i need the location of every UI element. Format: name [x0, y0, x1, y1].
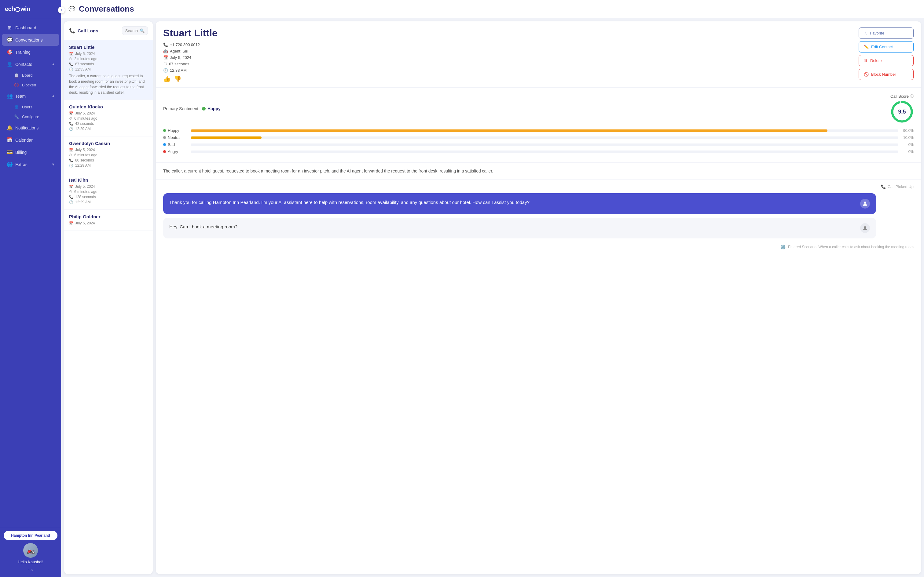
call-logs-title: 📞 Call Logs	[69, 28, 99, 34]
topbar-title: Conversations	[79, 4, 134, 14]
clock-icon: ⏱	[69, 190, 73, 193]
svg-point-3	[864, 226, 866, 228]
sidebar-sub-label: Board	[22, 73, 33, 77]
sad-label: Sad	[168, 142, 175, 147]
configure-icon: 🔧	[14, 114, 19, 119]
sentiment-section: Primary Sentiment: Happy Call Score ⓘ	[156, 88, 921, 163]
sidebar-item-notifications[interactable]: 🔔 Notifications	[2, 122, 59, 134]
sidebar-item-users[interactable]: 👤 Users	[2, 102, 59, 112]
sidebar-item-contacts[interactable]: 👤 Contacts ∧	[2, 58, 59, 70]
sidebar-item-configure[interactable]: 🔧 Configure	[2, 112, 59, 121]
user-message-text: Hey. Can I book a meeting room?	[169, 223, 237, 230]
time-icon: 🕐	[69, 200, 73, 204]
call-time-ago-meta: ⏱ 6 minutes ago	[69, 116, 148, 121]
detail-phone: +1 720 300 0012	[170, 42, 200, 47]
call-time-meta: 🕐 12:29 AM	[69, 127, 148, 131]
duration-icon: ⏱	[163, 62, 167, 66]
call-time: 12:29 AM	[75, 163, 91, 168]
scenario-icon: ⚙️	[780, 245, 785, 250]
call-duration-meta: 📞 80 seconds	[69, 158, 148, 163]
bar-row-happy: Happy 90.0%	[163, 128, 914, 133]
agent-icon: 🤖	[163, 49, 168, 53]
star-icon: ☆	[864, 31, 867, 35]
call-duration-meta: 📞 128 seconds	[69, 195, 148, 199]
user-avatar	[860, 223, 870, 233]
time-icon: 🕐	[163, 68, 168, 73]
calendar-icon: 📅	[69, 111, 73, 115]
call-list-item[interactable]: Gwendolyn Cassin 📅 July 5, 2024 ⏱ 6 minu…	[64, 137, 153, 173]
search-label: Search	[125, 28, 138, 33]
topbar: 💬 Conversations	[61, 0, 924, 18]
time-icon: 🕐	[69, 68, 73, 71]
delete-button[interactable]: 🗑 Delete	[859, 55, 914, 66]
call-score-area: Call Score ⓘ 9.5	[890, 94, 914, 123]
sidebar-item-conversations[interactable]: 💬 Conversations	[2, 34, 59, 46]
scenario-text: Entered Scenario: When a caller calls to…	[788, 245, 914, 249]
call-list-item[interactable]: Stuart Little 📅 July 5, 2024 ⏱ 2 minutes…	[64, 40, 153, 100]
sidebar-collapse-button[interactable]: ‹	[58, 7, 65, 13]
sidebar-item-label: Team	[15, 94, 26, 98]
trash-icon: 🗑	[864, 58, 868, 63]
thumbs-down-button[interactable]: 👎	[174, 75, 181, 82]
topbar-icon: 💬	[68, 6, 75, 13]
detail-time: 12:33 AM	[170, 68, 187, 73]
calendar-icon: 📅	[69, 148, 73, 152]
user-icon	[862, 225, 868, 231]
blocked-icon: 🚫	[14, 83, 19, 87]
detail-duration: 67 seconds	[169, 62, 189, 66]
sidebar-item-training[interactable]: 🎯 Training	[2, 46, 59, 58]
logout-button[interactable]: ↪	[28, 567, 33, 573]
thumbs-up-button[interactable]: 👍	[163, 75, 171, 82]
call-list-item[interactable]: Quinten Klocko 📅 July 5, 2024 ⏱ 6 minute…	[64, 100, 153, 137]
call-time-ago: 6 minutes ago	[74, 190, 97, 194]
call-date-meta: 📅 July 5, 2024	[69, 221, 148, 225]
detail-actions: ☆ Favorite ✏️ Edit Contact 🗑 Delete 🚫 Bl…	[859, 27, 914, 80]
angry-pct: 0%	[901, 150, 914, 154]
call-list-item[interactable]: Philip Goldner 📅 July 5, 2024	[64, 210, 153, 231]
bar-label-sad: Sad	[163, 142, 187, 147]
sidebar-item-extras[interactable]: 🌐 Extras ∨	[2, 158, 59, 170]
phone-icon: 📞	[163, 42, 168, 47]
edit-icon: ✏️	[864, 45, 869, 49]
sidebar-item-blocked[interactable]: 🚫 Blocked	[2, 80, 59, 90]
detail-info: Stuart Little 📞 +1 720 300 0012 🤖 Agent:…	[163, 27, 218, 82]
call-duration: 80 seconds	[75, 158, 94, 163]
call-duration: 42 seconds	[75, 121, 94, 126]
avatar: 🏍️	[23, 543, 38, 558]
neutral-dot	[163, 136, 166, 139]
bar-row-angry: Angry 0%	[163, 149, 914, 154]
org-badge[interactable]: Hampton Inn Pearland	[4, 531, 57, 540]
sad-dot	[163, 143, 166, 146]
sentiment-bars: Happy 90.0% Neutral	[163, 128, 914, 156]
call-time-ago-meta: ⏱ 6 minutes ago	[69, 190, 148, 194]
favorite-button[interactable]: ☆ Favorite	[859, 27, 914, 39]
caller-name: Stuart Little	[69, 45, 148, 50]
detail-date: July 5, 2024	[170, 55, 191, 60]
call-time-ago: 2 minutes ago	[74, 57, 97, 61]
call-time-ago: 6 minutes ago	[74, 116, 97, 121]
angry-label: Angry	[168, 149, 178, 154]
block-number-button[interactable]: 🚫 Block Number	[859, 69, 914, 80]
caller-name: Philip Goldner	[69, 214, 148, 219]
training-icon: 🎯	[7, 49, 12, 55]
sidebar-item-dashboard[interactable]: ⊞ Dashboard	[2, 22, 59, 34]
search-box[interactable]: Search 🔍	[122, 26, 148, 35]
call-time-ago-meta: ⏱ 6 minutes ago	[69, 153, 148, 157]
sidebar-item-billing[interactable]: 💳 Billing	[2, 146, 59, 158]
caller-name: Quinten Klocko	[69, 104, 148, 109]
clock-icon: ⏱	[69, 117, 73, 120]
call-list-item[interactable]: Isai Kihn 📅 July 5, 2024 ⏱ 6 minutes ago…	[64, 173, 153, 210]
info-icon: ⓘ	[910, 94, 914, 99]
score-value: 9.5	[898, 109, 906, 115]
sidebar-item-label: Contacts	[15, 62, 32, 67]
sidebar-item-board[interactable]: 📋 Board	[2, 71, 59, 80]
call-list: Stuart Little 📅 July 5, 2024 ⏱ 2 minutes…	[64, 40, 153, 574]
edit-contact-button[interactable]: ✏️ Edit Contact	[859, 41, 914, 53]
call-score-label: Call Score ⓘ	[890, 94, 914, 99]
sidebar-item-team[interactable]: 👥 Team ∧	[2, 90, 59, 102]
sidebar-item-calendar[interactable]: 📅 Calendar	[2, 134, 59, 146]
call-time-ago-meta: ⏱ 2 minutes ago	[69, 57, 148, 61]
block-icon: 🚫	[864, 72, 869, 77]
dashboard-icon: ⊞	[7, 25, 12, 31]
block-label: Block Number	[871, 72, 896, 77]
